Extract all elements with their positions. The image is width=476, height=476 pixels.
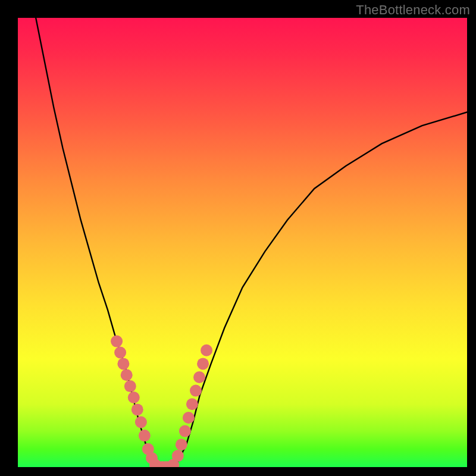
plot-area: [18, 18, 467, 467]
data-point: [139, 430, 151, 441]
curve-group: [36, 18, 467, 467]
dots-group: [111, 336, 212, 467]
data-point: [193, 371, 205, 383]
chart-svg: [18, 18, 467, 467]
data-point: [183, 412, 195, 424]
data-point: [197, 358, 209, 369]
curve-right-branch: [175, 112, 467, 468]
data-point: [117, 358, 129, 369]
data-point: [179, 425, 191, 437]
data-point: [135, 416, 147, 428]
data-point: [201, 345, 212, 356]
watermark-text: TheBottleneck.com: [356, 2, 470, 18]
data-point: [176, 439, 187, 450]
chart-stage: TheBottleneck.com: [0, 0, 476, 476]
data-point: [190, 385, 202, 397]
data-point: [172, 450, 184, 462]
data-point: [186, 398, 198, 410]
data-point: [111, 336, 123, 347]
data-point: [128, 392, 140, 403]
data-point: [121, 369, 133, 381]
data-point: [131, 403, 143, 415]
data-point: [114, 347, 126, 359]
data-point: [124, 380, 136, 392]
